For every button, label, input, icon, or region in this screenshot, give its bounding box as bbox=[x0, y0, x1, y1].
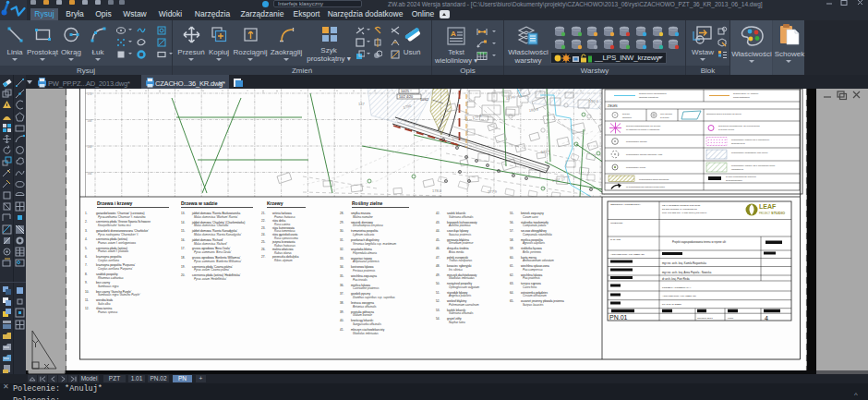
svg-text:Agrostis capillaris: Agrostis capillaris bbox=[522, 241, 546, 245]
svg-text:57.: 57. bbox=[510, 229, 513, 233]
svg-text:61.: 61. bbox=[510, 264, 513, 268]
svg-text:Festuca pratensis: Festuca pratensis bbox=[353, 269, 376, 273]
svg-text:Corylus avellana: Corylus avellana bbox=[98, 259, 119, 262]
svg-text:38.: 38. bbox=[340, 301, 344, 305]
svg-text:projektowany podkładowy żwir p: projektowany podkładowy żwir pertyk bbox=[731, 152, 768, 154]
svg-text:mgr inż. arch. kraj. Kamila Ro: mgr inż. arch. kraj. Kamila Rogozińska bbox=[662, 261, 706, 265]
svg-text:4: 4 bbox=[765, 315, 768, 321]
svg-text:17.: 17. bbox=[181, 247, 185, 250]
svg-text:ZADANIE: ZADANIE bbox=[610, 238, 621, 241]
svg-text:Pyros nadrzywna 'Charnickier': Pyros nadrzywna 'Charnickier' f. bbox=[98, 233, 139, 236]
svg-text:Prunus avium f. platowa: Prunus avium f. platowa bbox=[98, 249, 128, 253]
svg-text:9.: 9. bbox=[85, 281, 88, 285]
svg-text:PROJEKT APROBOWAŁ(A): PROJEKT APROBOWAŁ(A) bbox=[662, 286, 692, 289]
svg-text:166: 166 bbox=[88, 145, 92, 149]
svg-text:10/62: 10/62 bbox=[420, 98, 428, 102]
svg-text:39.: 39. bbox=[340, 310, 344, 314]
svg-text:Pyrus communis 'Bera Ozola': Pyrus communis 'Bera Ozola' bbox=[194, 250, 232, 254]
svg-text:25.: 25. bbox=[261, 240, 265, 244]
svg-text:Lythrum salicaria: Lythrum salicaria bbox=[353, 233, 375, 236]
svg-text:14.: 14. bbox=[181, 221, 185, 224]
svg-text:42.: 42. bbox=[436, 212, 440, 215]
svg-text:Briza media: Briza media bbox=[449, 250, 464, 254]
svg-text:Nuphar lutea: Nuphar lutea bbox=[449, 321, 465, 324]
svg-text:Malus domestica 'Richard': Malus domestica 'Richard' bbox=[194, 242, 227, 246]
svg-text:Anthoxanthum odoratum: Anthoxanthum odoratum bbox=[522, 259, 554, 262]
svg-text:Campanula patula: Campanula patula bbox=[523, 224, 546, 227]
svg-text:65.: 65. bbox=[510, 299, 513, 303]
svg-text:Czerwiec 2013: Czerwiec 2013 bbox=[697, 317, 713, 320]
svg-text:Galium boreale: Galium boreale bbox=[353, 313, 372, 317]
svg-text:Scirpus lacustris: Scirpus lacustris bbox=[523, 303, 544, 307]
svg-text:56.: 56. bbox=[510, 221, 513, 224]
svg-text:Dianthus superbus ssp. superbu: Dianthus superbus ssp. superbus bbox=[353, 296, 395, 299]
svg-text:Geranium pratense: Geranium pratense bbox=[449, 241, 474, 245]
svg-text:LEAF: LEAF bbox=[759, 203, 777, 210]
svg-text:kom. 601 588 784, e-mail biuro: kom. 601 588 784, e-mail biuro@lps.com.p… bbox=[662, 212, 707, 214]
svg-text:PLAN NASADZEŃ: PLAN NASADZEŃ bbox=[662, 303, 681, 306]
svg-text:Succisa pratensis: Succisa pratensis bbox=[449, 233, 472, 236]
svg-text:46.: 46. bbox=[436, 247, 440, 250]
svg-text:projektowany trawnik lub o cha: projektowany trawnik lub o charakterze bbox=[731, 139, 770, 141]
svg-text:Betonica officinalis: Betonica officinalis bbox=[353, 305, 377, 309]
svg-text:Cirsium oleraceum: Cirsium oleraceum bbox=[523, 294, 547, 297]
svg-text:Pyrus communis 'Bonkreta Willi: Pyrus communis 'Bonkreta Williamsa' bbox=[194, 260, 242, 263]
svg-text:w terenie zieleni: w terenie zieleni bbox=[718, 128, 735, 131]
svg-text:Ribes alpinum: Ribes alpinum bbox=[274, 259, 293, 262]
svg-text:Salix alba: Salix alba bbox=[98, 302, 111, 306]
svg-text:Carex hirta: Carex hirta bbox=[523, 285, 536, 289]
svg-text:Malus domestica 'Charlotta': Malus domestica 'Charlotta' bbox=[194, 224, 229, 227]
svg-text:ze względu na kolizję z inwest: ze względu na kolizję z inwestycją bbox=[626, 128, 660, 131]
svg-text:Knorpelkirsche' forma inst: Knorpelkirsche' forma inst bbox=[98, 224, 131, 227]
svg-text:24.: 24. bbox=[261, 233, 265, 236]
svg-text:20.: 20. bbox=[181, 273, 185, 277]
svg-text:59.: 59. bbox=[510, 247, 513, 250]
svg-text:3.: 3. bbox=[85, 229, 88, 233]
svg-text:Deschampsia cespitosa: Deschampsia cespitosa bbox=[353, 224, 383, 227]
svg-text:54.: 54. bbox=[436, 317, 440, 321]
svg-text:w terenie: w terenie bbox=[660, 116, 669, 119]
svg-text:Angelica palustris: Angelica palustris bbox=[448, 294, 472, 297]
svg-text:Campanula rotundifolia: Campanula rotundifolia bbox=[523, 233, 552, 236]
svg-text:Sambucus nigra 'Guincho Purple: Sambucus nigra 'Guincho Purple' bbox=[98, 293, 140, 297]
svg-text:26.: 26. bbox=[261, 248, 265, 251]
svg-text:2.: 2. bbox=[85, 220, 88, 224]
svg-text:Pyracanthamia 'Charniae' f. na: Pyracanthamia 'Charniae' f. naturalna bbox=[98, 215, 146, 219]
svg-text:Sanguisorba officinalis: Sanguisorba officinalis bbox=[353, 322, 381, 326]
svg-text:Valeriana officinalis: Valeriana officinalis bbox=[449, 215, 474, 219]
svg-text:41.: 41. bbox=[340, 328, 344, 332]
svg-text:178.0: 178.0 bbox=[432, 188, 442, 193]
svg-text:Bellis perennis: Bellis perennis bbox=[523, 250, 542, 254]
svg-text:51-381 Wrocław, ul. Kminkowa 1: 51-381 Wrocław, ul. Kminkowa 18 bbox=[662, 208, 697, 211]
svg-text:10/25: 10/25 bbox=[401, 90, 409, 93]
svg-text:64.: 64. bbox=[510, 291, 513, 295]
svg-text:12.: 12. bbox=[85, 307, 89, 310]
svg-text:48.: 48. bbox=[436, 264, 440, 268]
svg-text:Poa compressa: Poa compressa bbox=[523, 268, 543, 272]
svg-text:47.: 47. bbox=[436, 256, 440, 260]
svg-text:16.: 16. bbox=[181, 238, 185, 242]
svg-text:bezpanteściowej: bezpanteściowej bbox=[726, 179, 742, 182]
svg-text:Gladiolus imbricatus: Gladiolus imbricatus bbox=[353, 332, 379, 335]
svg-text:Pyrus avium 'Czarna późna': Pyrus avium 'Czarna późna' bbox=[194, 268, 230, 272]
svg-text:63.: 63. bbox=[510, 282, 513, 285]
svg-text:konserwatorskiej: konserwatorskiej bbox=[733, 96, 750, 99]
svg-text:177.9: 177.9 bbox=[488, 189, 498, 194]
svg-text:projektowane drzewo: projektowane drzewo bbox=[626, 140, 647, 143]
svg-text:PN.01: PN.01 bbox=[609, 314, 628, 321]
svg-text:Malina namulne: Malina namulne bbox=[353, 215, 373, 219]
svg-text:10/2 4/20: 10/2 4/20 bbox=[399, 95, 413, 99]
svg-text:Rośliny zielne: Rośliny zielne bbox=[352, 200, 383, 206]
svg-text:34.: 34. bbox=[340, 265, 344, 269]
svg-text:180.6: 180.6 bbox=[589, 99, 599, 103]
svg-text:51.: 51. bbox=[436, 291, 440, 295]
svg-text:Prunus spinosa: Prunus spinosa bbox=[98, 310, 118, 314]
svg-text:22.: 22. bbox=[261, 219, 265, 223]
svg-text:5.: 5. bbox=[85, 247, 88, 250]
svg-text:147: 147 bbox=[358, 102, 365, 106]
svg-text:52.: 52. bbox=[436, 299, 440, 303]
svg-text:ARCHITEKTURA KRAJOBRAZU: ARCHITEKTURA KRAJOBRAZU bbox=[662, 295, 696, 297]
svg-text:33.: 33. bbox=[340, 257, 344, 261]
svg-text:Rhamnus cathartica: Rhamnus cathartica bbox=[98, 276, 124, 280]
svg-text:Iris sibirica: Iris sibirica bbox=[449, 268, 463, 272]
